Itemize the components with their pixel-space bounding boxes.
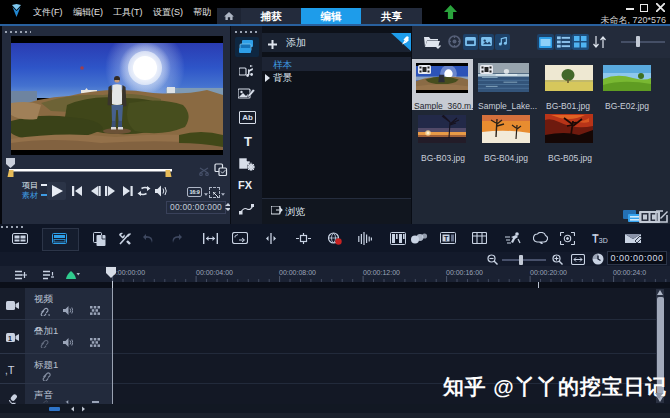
svg-text:1: 1 [8, 335, 12, 342]
svg-text:T: T [444, 235, 449, 242]
